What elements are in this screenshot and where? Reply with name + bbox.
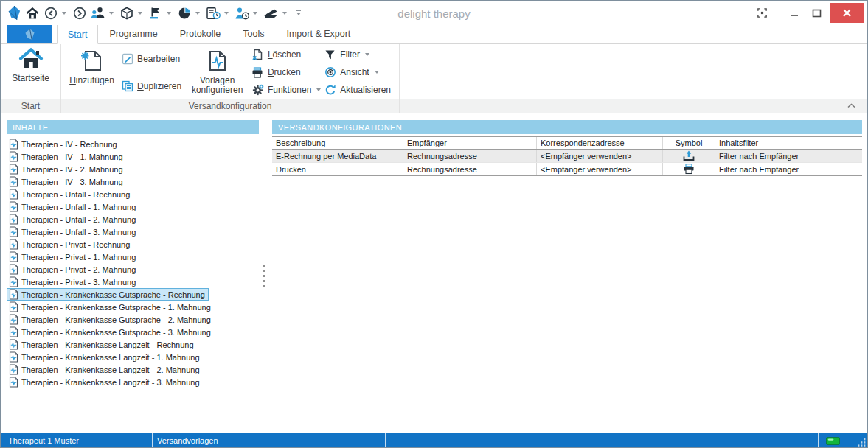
drucken-button[interactable]: Drucken <box>249 65 321 80</box>
maximize-button[interactable] <box>805 3 827 23</box>
list-item[interactable]: Therapien - Unfall - 3. Mahnung <box>7 225 139 238</box>
list-item[interactable]: Therapien - Krankenkasse Gutsprache - 3.… <box>7 326 215 338</box>
document-pulse-icon <box>9 289 18 300</box>
filter-button[interactable]: Filter <box>321 47 399 62</box>
column-header-symbol[interactable]: Symbol <box>663 137 715 149</box>
table-row[interactable]: Drucken Rechnungsadresse <Empfänger verw… <box>272 163 862 176</box>
list-item-label: Therapien - IV - 2. Mahnung <box>21 165 123 174</box>
table-row[interactable]: E-Rechnung per MediaData Rechnungsadress… <box>272 150 862 163</box>
cell-korrespondenzadresse: <Empfänger verwenden> <box>537 163 663 175</box>
list-item[interactable]: Therapien - IV - 3. Mahnung <box>7 175 127 188</box>
document-pulse-icon <box>9 139 18 150</box>
document-pulse-icon <box>9 364 18 375</box>
ribbon-group-labels: Start Versandkonfiguration <box>1 99 867 113</box>
ribbon-tab[interactable]: Tools <box>232 24 275 43</box>
chevron-down-icon[interactable] <box>282 12 287 15</box>
package-button[interactable] <box>118 4 136 23</box>
cell-empfaenger: Rechnungsadresse <box>403 150 537 162</box>
chevron-down-icon[interactable] <box>138 12 142 15</box>
list-item-label: Therapien - Unfall - 3. Mahnung <box>21 228 136 237</box>
list-item[interactable]: Therapien - Krankenkasse Gutsprache - 2.… <box>7 313 215 326</box>
column-header-inhaltsfilter[interactable]: Inhaltsfilter <box>715 137 862 149</box>
cell-korrespondenzadresse: <Empfänger verwenden> <box>537 150 663 162</box>
users-button[interactable] <box>89 4 107 23</box>
list-item-label: Therapien - Krankenkasse Gutsprache - 3.… <box>21 328 211 337</box>
document-pulse-icon <box>9 176 18 187</box>
column-header-korrespondenzadresse[interactable]: Korrespondenzadresse <box>537 137 663 149</box>
document-pulse-icon <box>9 201 18 212</box>
chevron-down-icon[interactable] <box>195 12 200 15</box>
aktualisieren-button[interactable]: Aktualisieren <box>321 83 399 97</box>
list-item[interactable]: Therapien - Krankenkasse Langzeit - Rech… <box>7 338 198 351</box>
list-item-label: Therapien - Krankenkasse Gutsprache - Re… <box>21 290 205 299</box>
column-header-empfaenger[interactable]: Empfänger <box>403 137 537 149</box>
chevron-down-icon[interactable] <box>62 12 66 15</box>
list-item[interactable]: Therapien - Unfall - 2. Mahnung <box>7 213 139 225</box>
versand-panel-title: VERSANDKONFIGURATIONEN <box>272 120 862 134</box>
statusbar-context: Versandvorlagen <box>153 433 308 448</box>
forward-button[interactable] <box>71 4 88 23</box>
chevron-down-icon[interactable] <box>224 12 229 15</box>
file-tab[interactable] <box>7 25 52 43</box>
list-item[interactable]: Therapien - IV - 1. Mahnung <box>7 150 127 163</box>
ribbon-tab[interactable]: Start <box>57 24 98 44</box>
bearbeiten-button[interactable]: Bearbeiten <box>118 52 186 66</box>
loeschen-button[interactable]: Löschen <box>249 47 321 62</box>
list-item[interactable]: Therapien - Krankenkasse Gutsprache - Re… <box>7 288 209 301</box>
new-document-icon <box>80 49 104 72</box>
close-button[interactable] <box>830 3 864 23</box>
user-clock-button[interactable] <box>233 4 251 23</box>
list-item[interactable]: Therapien - Privat - 1. Mahnung <box>7 251 139 263</box>
list-item-label: Therapien - IV - 3. Mahnung <box>21 178 123 186</box>
statusbar-user: Therapeut 1 Muster <box>1 433 152 448</box>
document-pulse-icon <box>9 339 18 350</box>
report-flag-button[interactable] <box>147 4 164 23</box>
ribbon-tab[interactable]: Protokolle <box>169 24 232 43</box>
vorlagen-konfigurieren-button[interactable]: Vorlagen konfigurieren <box>186 46 249 99</box>
list-item[interactable]: Therapien - IV - 2. Mahnung <box>7 163 127 175</box>
list-item-label: Therapien - IV - 1. Mahnung <box>21 153 123 161</box>
title-bar: delight therapy <box>1 1 867 25</box>
list-item[interactable]: Therapien - Krankenkasse Langzeit - 1. M… <box>7 351 204 363</box>
document-pulse-icon <box>9 239 18 250</box>
filter-icon <box>324 49 336 60</box>
list-item[interactable]: Therapien - Unfall - Rechnung <box>7 188 133 200</box>
duplizieren-button[interactable]: Duplizieren <box>118 79 186 94</box>
column-header-beschreibung[interactable]: Beschreibung <box>272 137 403 149</box>
funktionen-button[interactable]: Funktionen <box>249 83 321 97</box>
panel-splitter[interactable] <box>263 265 265 287</box>
list-item-label: Therapien - Privat - 3. Mahnung <box>21 278 136 287</box>
minimize-button[interactable] <box>783 3 805 23</box>
ribbon-tab[interactable]: Import & Export <box>275 24 361 43</box>
list-item[interactable]: Therapien - Privat - 3. Mahnung <box>7 276 139 288</box>
status-bar: Therapeut 1 Muster Versandvorlagen <box>1 433 867 448</box>
toolbar-overflow-icon[interactable] <box>296 10 301 16</box>
ribbon-tab[interactable]: Programme <box>98 24 168 43</box>
list-item[interactable]: Therapien - Unfall - 1. Mahnung <box>7 200 139 213</box>
back-button[interactable] <box>42 4 60 23</box>
app-window: delight therapy Start Programme Protokol… <box>0 0 868 448</box>
collapse-ribbon-button[interactable] <box>847 103 855 108</box>
list-item[interactable]: Therapien - IV - Rechnung <box>7 138 121 150</box>
document-pulse-icon <box>9 326 18 337</box>
resize-grip[interactable] <box>858 438 866 447</box>
document-pulse-icon <box>9 276 18 287</box>
hinzufuegen-button[interactable]: Hinzufügen <box>66 46 118 99</box>
home-button[interactable] <box>24 4 41 23</box>
ansicht-button[interactable]: Ansicht <box>321 65 399 80</box>
cell-inhaltsfilter: Filter nach Empfänger <box>715 163 862 175</box>
list-item[interactable]: Therapien - Krankenkasse Langzeit - 3. M… <box>7 376 204 388</box>
fullscreen-button[interactable] <box>751 3 773 23</box>
journal-clock-button[interactable] <box>204 4 222 23</box>
list-item[interactable]: Therapien - Privat - Rechnung <box>7 238 133 251</box>
scanner-button[interactable] <box>262 4 280 23</box>
list-item[interactable]: Therapien - Privat - 2. Mahnung <box>7 263 139 276</box>
chevron-down-icon[interactable] <box>109 12 114 15</box>
list-item[interactable]: Therapien - Krankenkasse Langzeit - 2. M… <box>7 363 204 376</box>
edit-icon <box>121 53 133 65</box>
chevron-down-icon[interactable] <box>167 12 171 15</box>
chevron-down-icon[interactable] <box>253 12 257 15</box>
startseite-button[interactable]: Startseite <box>4 44 58 99</box>
pie-chart-button[interactable] <box>176 4 193 23</box>
list-item[interactable]: Therapien - Krankenkasse Gutsprache - 1.… <box>7 301 215 313</box>
